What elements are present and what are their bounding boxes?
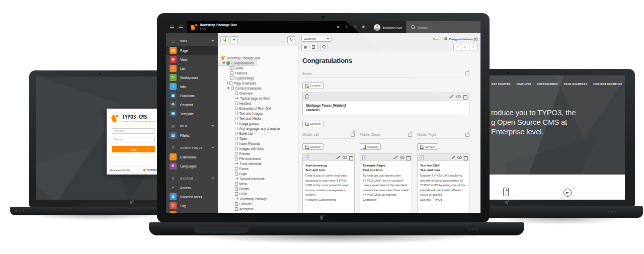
- module-menu-item[interactable]: ▧ Filelist: [166, 131, 218, 140]
- edit-column-icon[interactable]: [408, 133, 412, 137]
- site-nav-item[interactable]: CUSTOMIZINGS: [537, 83, 558, 86]
- edit-icon[interactable]: [336, 155, 341, 159]
- tree-node[interactable]: Bullet List: [218, 131, 297, 136]
- tree-node[interactable]: Divider: [218, 186, 297, 191]
- add-content-button[interactable]: Content: [302, 121, 324, 127]
- delete-icon[interactable]: [464, 156, 467, 160]
- tree-node[interactable]: Menu: [218, 181, 297, 186]
- hamburger-icon[interactable]: [170, 26, 174, 29]
- help-icon[interactable]: ?: [352, 21, 358, 33]
- module-menu-item[interactable]: ≣ Log: [166, 201, 218, 210]
- tree-node[interactable]: Frames: [218, 151, 297, 156]
- delete-icon[interactable]: [463, 95, 467, 99]
- bookmark-button[interactable]: ☆: [461, 44, 469, 50]
- tree-node[interactable]: Forms: [218, 166, 297, 171]
- tree-node[interactable]: Examples of Rich Text: [218, 106, 297, 111]
- tree-node[interactable]: Customizings: [218, 75, 297, 80]
- help-button[interactable]: ?: [469, 44, 477, 50]
- add-content-button[interactable]: Content: [360, 143, 381, 150]
- user-menu[interactable]: Benjamin Kott: [370, 21, 406, 33]
- module-menu-item[interactable]: i Info: [166, 82, 218, 91]
- module-menu-item[interactable]: ● Access: [166, 183, 218, 192]
- username-field[interactable]: Username: [112, 128, 155, 134]
- tree-caret-icon[interactable]: [227, 81, 228, 84]
- tree-node[interactable]: Bootstrap Package Box: [218, 55, 297, 60]
- tree-node[interactable]: Congratulations: [218, 60, 257, 65]
- tree-node[interactable]: Page Examples: [218, 80, 297, 86]
- search-bar[interactable]: Search: [406, 21, 480, 33]
- tree-node[interactable]: Overview: [218, 91, 297, 96]
- site-nav-item[interactable]: GET STARTED: [492, 83, 511, 86]
- module-menu-item[interactable]: ⚒ ADMIN TOOLS: [166, 143, 218, 152]
- tree-node[interactable]: Home: [218, 65, 297, 70]
- tree-node[interactable]: Text and Images: [218, 111, 297, 116]
- element-links[interactable]: Examples: [363, 197, 409, 202]
- visibility-toggle-icon[interactable]: [457, 156, 462, 159]
- filter-button[interactable]: [230, 36, 238, 43]
- tree-caret-icon[interactable]: [227, 88, 230, 89]
- tree-node[interactable]: Bootstrap Package: [218, 196, 297, 201]
- site-nav-item[interactable]: FEATURES: [517, 83, 531, 86]
- tree-node[interactable]: Typical page content: [218, 96, 297, 101]
- edit-column-icon[interactable]: [465, 71, 469, 75]
- view-webpage-button[interactable]: ϟ: [453, 44, 461, 50]
- edit-icon[interactable]: [393, 155, 398, 159]
- module-menu-item[interactable]: ◉ View: [166, 55, 218, 64]
- edit-icon[interactable]: [451, 155, 455, 159]
- tree-node[interactable]: Text and Media: [218, 116, 297, 121]
- tree-node[interactable]: Carousel: [218, 201, 297, 206]
- tree-node[interactable]: Login: [218, 171, 297, 176]
- add-content-button[interactable]: Content: [417, 143, 438, 150]
- view-mode-select[interactable]: Columns: [301, 36, 332, 42]
- tree-node[interactable]: Content Examples: [218, 86, 297, 91]
- module-menu-item[interactable]: + Extensions: [166, 152, 218, 161]
- element-links[interactable]: Log into TYPO3: [420, 197, 466, 202]
- tree-node[interactable]: Table: [218, 136, 297, 141]
- login-button[interactable]: Login: [112, 146, 155, 152]
- edit-icon[interactable]: [449, 95, 454, 99]
- bookmark-star-icon[interactable]: ★: [335, 21, 341, 33]
- visibility-toggle-icon[interactable]: [456, 95, 461, 99]
- page-view-button[interactable]: [309, 44, 317, 50]
- tree-node[interactable]: Insert Records: [218, 141, 297, 146]
- new-page-button[interactable]: [220, 36, 228, 43]
- module-menu-item[interactable]: ▢ WEB: [166, 36, 218, 46]
- module-menu-item[interactable]: ▣ Functions: [166, 91, 218, 100]
- tree-node[interactable]: Headers: [218, 101, 297, 106]
- site-nav-item[interactable]: PAGE EXAMPLES: [564, 83, 587, 86]
- module-menu-item[interactable]: ⚙ SYSTEM: [166, 174, 218, 183]
- module-menu-item[interactable]: ↻ Workspaces: [166, 73, 218, 82]
- visibility-toggle-icon[interactable]: [343, 156, 347, 159]
- module-menu-item[interactable]: ⊕ Languages: [166, 161, 218, 171]
- module-menu-item[interactable]: ▤ Page: [166, 46, 218, 55]
- pagetree-toggle-icon[interactable]: [179, 26, 183, 29]
- modules-grid-icon[interactable]: ⊞: [360, 21, 367, 33]
- module-menu-item[interactable]: ≡ List: [166, 64, 218, 73]
- site-nav-item[interactable]: CONTENT EXAMPLES: [593, 83, 622, 86]
- tree-node[interactable]: Form elements: [218, 161, 297, 166]
- layout-view-button[interactable]: ▦: [301, 44, 309, 50]
- password-field[interactable]: Password: [112, 137, 155, 142]
- delete-icon[interactable]: [349, 156, 353, 160]
- tree-node[interactable]: Features: [218, 70, 297, 75]
- module-menu-item[interactable]: ▤ FILE: [166, 121, 218, 131]
- tree-node[interactable]: File downloads: [218, 156, 297, 161]
- more-about-typo3-link[interactable]: More about TYPO3: [110, 169, 130, 172]
- delete-icon[interactable]: [407, 156, 410, 160]
- visibility-toggle-icon[interactable]: [400, 156, 405, 159]
- edit-column-icon[interactable]: [351, 133, 355, 137]
- tree-node[interactable]: HTML: [218, 191, 297, 196]
- refresh-button[interactable]: ↻: [287, 36, 295, 43]
- tree-node[interactable]: Images with links: [218, 146, 297, 151]
- tree-node[interactable]: Any language, any character: [218, 126, 297, 131]
- element-links[interactable]: Features Customizing: [305, 197, 352, 202]
- module-menu-item[interactable]: ⚙ Install: [166, 210, 218, 213]
- tree-node[interactable]: Special elements: [218, 176, 297, 181]
- add-content-button[interactable]: Content: [302, 143, 324, 150]
- search-content-button[interactable]: [320, 44, 328, 50]
- edit-column-icon[interactable]: [465, 133, 469, 137]
- tree-node[interactable]: Accordion: [218, 206, 297, 211]
- module-menu-item[interactable]: ▦ Template: [166, 109, 218, 118]
- module-menu-item[interactable]: ♟ Backend users: [166, 192, 218, 201]
- clear-cache-bolt-icon[interactable]: ϟ: [343, 21, 350, 33]
